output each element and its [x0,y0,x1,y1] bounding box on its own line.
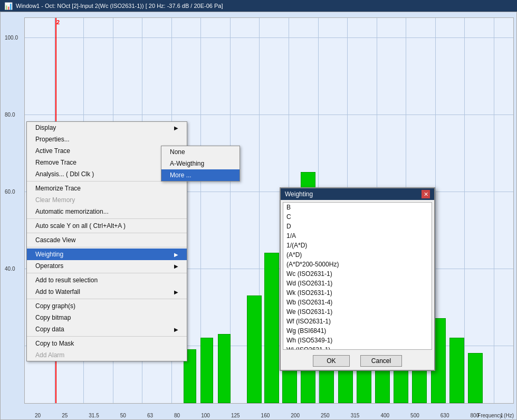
weighting-list[interactable]: BCD1/A1/(A*D)(A*D)(A*D*200-5000Hz)Wc (IS… [283,202,432,350]
weighting-list-item-8[interactable]: Wd (ISO2631-1) [283,279,432,288]
x-tick-125: 125 [231,413,240,418]
dialog-cancel-button[interactable]: Cancel [360,355,402,367]
x-tick-100: 100 [201,413,210,418]
menu-sep-2 [27,218,187,219]
menu-operators[interactable]: Operators ▶ [27,260,187,272]
dialog-close-button[interactable]: ✕ [422,190,430,198]
menu-copy-to-mask[interactable]: Copy to Mask [27,338,187,349]
y-tick-40: 40.0 [5,265,15,271]
bar-3 [247,295,262,403]
weighting-list-item-12[interactable]: Wf (ISO2631-1) [283,317,432,326]
x-tick-63: 63 [147,413,153,418]
weighting-list-item-2[interactable]: D [283,222,432,231]
weighting-list-item-6[interactable]: (A*D*200-5000Hz) [283,260,432,269]
title-bar: 📊 Window1 - Oct: NOct [2]-Input 2(Wc (IS… [0,0,517,12]
x-tick-250: 250 [321,413,330,418]
menu-sep-4 [27,247,187,247]
weighting-list-item-13[interactable]: Wg (BSI6841) [283,326,432,336]
bar-15 [468,353,483,403]
bar-14 [449,338,464,403]
dialog-ok-button[interactable]: OK [313,355,350,367]
bar-2 [218,334,231,403]
menu-copy-data[interactable]: Copy data ▶ [27,323,187,335]
x-tick-80: 80 [174,413,180,418]
grid-line-v15 [464,18,465,403]
bar-1 [200,338,213,403]
menu-cascade[interactable]: Cascade View [27,234,187,246]
menu-auto-scale[interactable]: Auto scale Y on all ( Ctrl+Alt+A ) [27,220,187,232]
x-tick-315: 315 [351,413,360,418]
grid-line-v16 [494,18,494,403]
menu-memorize[interactable]: Memorize Trace [27,183,187,194]
submenu-none[interactable]: None [161,146,240,158]
weighting-list-item-5[interactable]: (A*D) [283,250,432,260]
dialog-title-bar: Weighting ✕ [281,188,434,200]
menu-weighting[interactable]: Weighting ▶ [27,249,187,260]
weighting-submenu: None A-Weigthing More ... [161,146,240,182]
x-tick-400: 400 [380,413,389,418]
y-tick-80: 80.0 [5,111,15,117]
menu-add-waterfall[interactable]: Add to Waterfall ▶ [27,286,187,298]
weighting-list-item-0[interactable]: B [283,203,432,212]
bar-4 [264,253,279,403]
menu-sep-3 [27,233,187,233]
menu-auto-memorize[interactable]: Automatic memorization... [27,206,187,217]
weighting-list-item-1[interactable]: C [283,212,432,222]
menu-copy-graphs[interactable]: Copy graph(s) [27,300,187,312]
submenu-a-weighting[interactable]: A-Weigthing [161,158,240,169]
x-tick-500: 500 [410,413,419,418]
title-text: Window1 - Oct: NOct [2]-Input 2(Wc (ISO2… [16,3,223,9]
menu-properties[interactable]: Properties... [27,133,187,145]
dialog-buttons: OK Cancel [281,352,434,370]
weighting-list-item-14[interactable]: Wh (ISO5349-1) [283,336,432,345]
x-tick-50: 50 [120,413,126,418]
weighting-list-item-15[interactable]: Wi (ISO2631-1) [283,345,432,350]
x-tick-20: 20 [35,413,41,418]
weighting-list-item-3[interactable]: 1/A [283,231,432,241]
weighting-dialog: Weighting ✕ BCD1/A1/(A*D)(A*D)(A*D*200-5… [280,187,435,371]
menu-sep-6 [27,299,187,299]
weighting-list-item-11[interactable]: We (ISO2631-1) [283,307,432,317]
weighting-list-item-7[interactable]: Wc (ISO2631-1) [283,269,432,279]
menu-sep-7 [27,336,187,337]
menu-display[interactable]: Display ▶ [27,122,187,133]
x-tick-160: 160 [261,413,270,418]
y-tick-100: 100.0 [5,34,18,40]
grid-line-h1 [25,37,513,38]
menu-add-alarm[interactable]: Add Alarm [27,349,187,361]
title-icon: 📊 [4,2,13,10]
x-axis-label: Frequency (Hz) [477,413,514,418]
menu-copy-bitmap[interactable]: Copy bitmap [27,312,187,323]
submenu-more[interactable]: More ... [161,169,240,181]
x-tick-25: 25 [62,413,68,418]
x-axis: 20 25 31.5 50 63 80 100 125 160 200 250 … [24,413,514,418]
dialog-title-text: Weighting [285,190,313,198]
menu-sep-5 [27,273,187,273]
x-tick-200: 200 [291,413,300,418]
x-tick-31: 31.5 [89,413,99,418]
cursor-label: 2 [56,19,60,25]
y-tick-60: 60.0 [5,188,15,194]
weighting-list-item-4[interactable]: 1/(A*D) [283,241,432,250]
menu-add-result[interactable]: Add to result selection [27,274,187,286]
menu-clear-memory[interactable]: Clear Memory [27,194,187,206]
weighting-list-item-9[interactable]: Wk (ISO2631-1) [283,288,432,298]
weighting-list-item-10[interactable]: Wb (ISO2631-4) [283,298,432,307]
grid-line-h2 [25,114,513,115]
x-tick-630: 630 [441,413,449,418]
